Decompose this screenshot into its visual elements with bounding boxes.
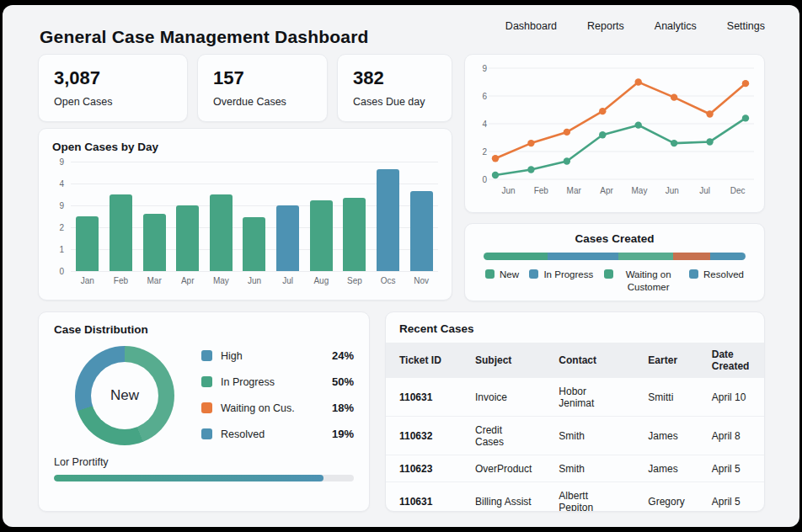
bar-mar: [143, 214, 166, 271]
table-cell: Billing Assist: [462, 482, 545, 513]
table-row[interactable]: 110631Billing AssistAlbertt PepitonGrego…: [386, 482, 764, 513]
cases-created-title: Cases Created: [479, 232, 751, 245]
legend-swatch: [689, 269, 698, 279]
nav-item-dashboard[interactable]: Dashboard: [505, 20, 557, 32]
table-cell: April 5: [698, 482, 764, 513]
x-tick-label: Jan: [71, 276, 104, 285]
stacked-segment-1: [484, 253, 548, 260]
stats-row: 3,087Open Cases157Overdue Cases382Cases …: [38, 54, 452, 122]
column-header-contact: Contact: [545, 343, 634, 378]
bar-chart-plot: [71, 162, 438, 271]
table-cell: Hobor Jenimat: [545, 378, 634, 417]
x-tick-label: May: [205, 276, 238, 285]
table-cell: Smith: [545, 417, 634, 455]
table-row[interactable]: 110632Credit CasesSmithJamesApril 8: [386, 417, 764, 455]
progress-bar-fill: [54, 475, 323, 481]
x-tick-label: Mar: [558, 186, 591, 195]
table-cell: Albertt Pepiton: [545, 482, 634, 513]
progress-bar-track: [54, 475, 354, 481]
legend-item-new: New: [485, 269, 519, 294]
table-row[interactable]: 110631InvoiceHobor JenimatSmittiApril 10: [386, 378, 764, 417]
x-tick-label: Jun: [492, 186, 525, 195]
progress-label: Lor Prortifty: [54, 456, 354, 468]
x-tick-label: May: [623, 186, 656, 195]
nav-item-reports[interactable]: Reports: [587, 20, 624, 32]
stat-value: 157: [213, 67, 312, 89]
column-header-earter: Earter: [634, 343, 698, 378]
legend-swatch: [604, 269, 613, 279]
case-distribution-body: New High24%In Progress50%Waiting on Cus.…: [54, 346, 354, 445]
x-tick-label: Mar: [137, 276, 171, 285]
table-cell: 110623: [386, 455, 462, 482]
table-cell: 110632: [386, 417, 462, 455]
x-tick-label: Apr: [171, 276, 205, 285]
table-cell: OverProduct: [462, 455, 545, 482]
legend-value: 19%: [332, 428, 354, 440]
x-tick-label: Jun: [655, 186, 688, 195]
legend-value: 50%: [332, 375, 354, 388]
legend-label: In Progress: [543, 269, 593, 281]
dashboard-window: General Case Management Dashboard Dashbo…: [3, 5, 799, 527]
donut-chart: New: [75, 346, 174, 445]
stacked-segment-5: [710, 253, 746, 260]
legend-label: High: [221, 350, 332, 362]
gridline: [71, 271, 438, 272]
y-tick-label: 6: [482, 92, 487, 101]
stat-card-2: 157Overdue Cases: [197, 54, 328, 122]
lower-green-series-point: [635, 121, 642, 128]
bar-jan: [76, 216, 99, 271]
table-cell: April 10: [698, 378, 764, 417]
table-row[interactable]: 110623OverProductSmithJamesApril 5: [386, 455, 764, 482]
stat-value: 382: [353, 67, 436, 89]
bar-chart-title: Open Cases by Day: [52, 141, 438, 153]
table-cell: Invoice: [462, 378, 545, 417]
nav-item-settings[interactable]: Settings: [727, 20, 765, 32]
recent-cases-title: Recent Cases: [386, 312, 764, 343]
stat-value: 3,087: [54, 67, 172, 89]
legend-swatch: [201, 350, 212, 361]
legend-item-waiting-on-customer: Waiting on Customer: [604, 269, 679, 294]
y-tick-label: 2: [482, 147, 487, 157]
y-tick-label: 0: [482, 175, 487, 184]
lower-green-series-point: [742, 114, 749, 121]
lower-green-series-point: [492, 172, 499, 178]
column-header-date-created: Date Created: [698, 343, 764, 378]
upper-orange-series-line: [495, 82, 746, 159]
lower-green-series-point: [564, 157, 570, 164]
x-tick-label: Feb: [104, 276, 138, 285]
upper-orange-series-point: [706, 110, 713, 117]
nav-item-analytics[interactable]: Analytics: [655, 20, 697, 32]
bar-apr: [176, 205, 199, 271]
x-tick-label: Dec: [721, 186, 754, 195]
header: General Case Management Dashboard Dashbo…: [38, 5, 765, 54]
cases-created-card: Cases Created NewIn ProgressWaiting on C…: [464, 223, 765, 301]
legend-swatch: [485, 269, 495, 279]
x-tick-label: Jul: [271, 276, 305, 285]
y-tick-label: 9: [59, 201, 64, 210]
bar-jun: [243, 217, 265, 271]
bar-aug: [310, 200, 333, 272]
legend-item-resolved: Resolved: [689, 269, 744, 294]
dist-legend-item-high: High24%: [201, 349, 354, 362]
table-cell: 110631: [386, 482, 462, 513]
x-tick-label: Jun: [238, 276, 271, 285]
line-chart-canvas: [489, 65, 754, 183]
y-tick-label: 2: [59, 223, 64, 232]
bar-feb: [110, 194, 132, 271]
trend-line-chart-card: 96420 JunFebMarAprMayJunJulDec: [464, 54, 765, 213]
bar-ocs: [377, 169, 399, 271]
table-cell: James: [634, 417, 698, 455]
y-tick-label: 9: [59, 157, 64, 167]
line-chart-x-axis: JunFebMarAprMayJunJulDec: [492, 186, 754, 195]
legend-label: Resolved: [703, 269, 744, 281]
line-chart-y-axis: 96420: [475, 65, 489, 183]
bar-chart-x-axis: JanFebMarAprMayJunJulAugSepOcsNov: [71, 276, 438, 285]
bar-nov: [410, 191, 433, 271]
table-cell: Credit Cases: [462, 417, 545, 455]
upper-orange-series-point: [599, 108, 606, 114]
case-distribution-card: Case Distribution New High24%In Progress…: [38, 311, 370, 512]
case-distribution-legend: High24%In Progress50%Waiting on Cus.18%R…: [201, 346, 354, 445]
x-tick-label: Feb: [525, 186, 558, 195]
column-header-subject: Subject: [462, 343, 545, 378]
y-tick-label: 4: [482, 120, 487, 129]
